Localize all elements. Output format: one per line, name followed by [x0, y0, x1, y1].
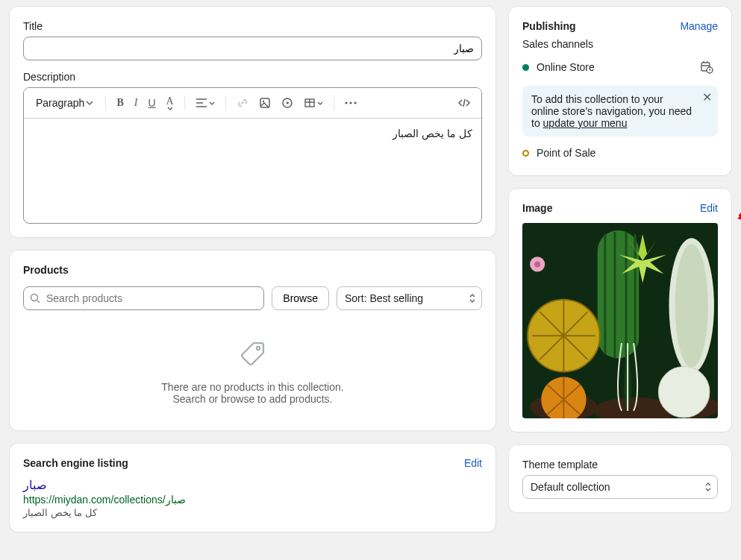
channel-label: Point of Sale [537, 147, 595, 159]
seo-edit-button[interactable]: Edit [464, 457, 482, 469]
close-banner-button[interactable]: ✕ [702, 92, 712, 104]
cactus-image-icon [522, 223, 718, 418]
update-menu-link[interactable]: update your menu [543, 117, 628, 129]
seo-preview-description: كل ما يخص الصبار [23, 507, 482, 518]
status-dot-icon [522, 150, 529, 157]
products-card: Products Browse Sort: Best selling [9, 250, 496, 431]
rte-toolbar: Paragraph B I U A [24, 88, 481, 119]
svg-point-7 [31, 295, 38, 301]
calendar-clock-icon [700, 60, 713, 74]
toolbar-separator [184, 95, 185, 110]
channel-point-of-sale: Point of Sale [522, 144, 718, 162]
more-button[interactable] [340, 98, 361, 107]
search-icon [30, 293, 40, 303]
sort-prefix: Sort: [345, 292, 369, 304]
theme-template-label: Theme template [522, 459, 718, 471]
theme-template-select[interactable]: Default collection [522, 475, 718, 499]
seo-preview-title: صبار [23, 478, 482, 492]
title-description-card: Title Description Paragraph B I U [9, 6, 496, 238]
link-button[interactable] [232, 94, 253, 112]
sort-value: Best selling [369, 292, 423, 304]
collection-image[interactable] [522, 223, 718, 418]
close-icon: ✕ [702, 91, 712, 104]
svg-point-6 [354, 101, 356, 104]
tag-icon [237, 337, 269, 370]
paragraph-style-dropdown[interactable]: Paragraph [30, 94, 99, 112]
image-button[interactable] [254, 94, 275, 112]
video-icon [281, 97, 293, 109]
image-edit-button[interactable]: Edit [700, 202, 718, 214]
table-icon [304, 97, 316, 109]
italic-button[interactable]: I [130, 94, 143, 112]
navigation-info-banner: To add this collection to your online st… [522, 86, 718, 136]
channel-online-store: Online Store [522, 54, 718, 80]
channel-label: Online Store [537, 61, 595, 73]
browse-button[interactable]: Browse [272, 286, 329, 310]
sales-channels-label: Sales channels [522, 38, 718, 50]
schedule-button[interactable] [695, 57, 718, 77]
text-color-button[interactable]: A [162, 92, 178, 113]
empty-line-2: Search or browse to add products. [23, 393, 482, 405]
align-icon [196, 98, 207, 108]
products-heading: Products [23, 264, 482, 276]
video-button[interactable] [277, 94, 298, 112]
manage-button[interactable]: Manage [680, 20, 718, 32]
theme-template-card: Theme template Default collection [508, 444, 732, 513]
empty-line-1: There are no products in this collection… [23, 381, 482, 393]
toolbar-separator [334, 95, 334, 110]
search-products-input[interactable] [23, 286, 264, 310]
publishing-heading: Publishing [522, 20, 576, 32]
title-label: Title [23, 20, 482, 32]
theme-template-value: Default collection [531, 481, 610, 493]
source-code-button[interactable] [453, 95, 475, 111]
bold-button[interactable]: B [112, 94, 128, 112]
svg-point-25 [534, 261, 540, 267]
status-dot-icon [522, 64, 529, 71]
description-label: Description [23, 71, 482, 83]
chevron-down-icon [86, 99, 93, 107]
svg-point-5 [349, 101, 351, 104]
toolbar-separator [105, 95, 106, 110]
svg-marker-11 [737, 213, 741, 220]
seo-card: Search engine listing Edit صبار https://… [9, 443, 496, 532]
image-icon [259, 97, 271, 109]
svg-rect-18 [598, 230, 639, 358]
paragraph-style-label: Paragraph [36, 97, 84, 109]
products-empty-state: There are no products in this collection… [23, 322, 482, 417]
seo-heading: Search engine listing [23, 457, 128, 469]
image-card: Image Edit [508, 188, 732, 432]
annotation-arrow-icon [734, 195, 741, 223]
align-button[interactable] [191, 95, 219, 111]
link-icon [237, 97, 248, 109]
svg-point-8 [256, 347, 259, 350]
title-input[interactable] [23, 37, 482, 60]
toolbar-separator [225, 95, 226, 110]
code-icon [457, 98, 471, 108]
svg-point-17 [675, 244, 708, 367]
publishing-card: Publishing Manage Sales channels Online … [508, 6, 732, 176]
ellipsis-icon [345, 101, 357, 104]
seo-preview-url: https://miydan.com/collections/صبار [23, 494, 482, 506]
description-editor[interactable]: كل ما يخص الصبار [24, 119, 481, 223]
underline-button[interactable]: U [143, 94, 160, 112]
svg-point-4 [345, 101, 347, 104]
sort-select[interactable]: Sort: Best selling [337, 286, 482, 310]
image-heading: Image [522, 202, 552, 214]
svg-point-1 [262, 101, 263, 102]
table-button[interactable] [299, 94, 328, 112]
rich-text-editor: Paragraph B I U A [23, 87, 482, 224]
